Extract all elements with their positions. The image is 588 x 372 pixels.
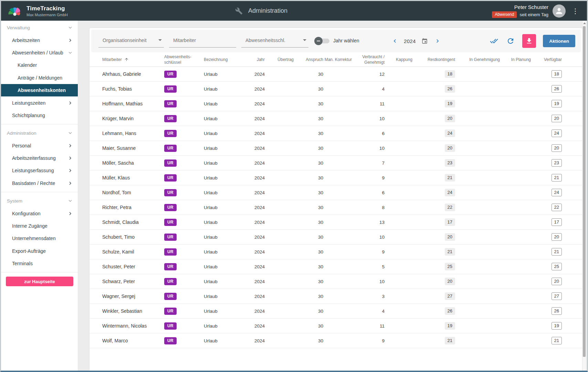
table-row[interactable]: Wintermann, NicolasURUrlaub202430111919 [90, 319, 582, 333]
table-row[interactable]: Richter, PetraURUrlaub20243082222 [90, 200, 582, 215]
cell-key: UR [164, 130, 204, 137]
sidebar-item-label: Administration [7, 131, 36, 136]
available-chip: 19 [552, 100, 562, 107]
actions-button[interactable]: Aktionen [543, 35, 575, 47]
approve-all-button[interactable] [489, 36, 499, 46]
table-row[interactable]: Krüger, MarvinURUrlaub202430102020 [90, 111, 582, 126]
absence-key-select[interactable]: Abwesenheitsschl. [241, 34, 308, 48]
cell-verfuegbar: 25 [531, 263, 562, 270]
sidebar-item-kalender[interactable]: Kalender [1, 59, 78, 71]
to-mainpage-button[interactable]: zur Hauptseite [6, 277, 73, 286]
cell-key: UR [164, 100, 204, 107]
sidebar-item-basisdaten-rechte[interactable]: Basisdaten / Rechte [1, 177, 78, 189]
column-header-7[interactable]: Man. Korrektur [323, 55, 352, 64]
cell-restkontingent: 20 [412, 115, 455, 122]
remaining-quota-chip: 25 [445, 263, 455, 270]
cell-name: Winkler, Sebastian [90, 308, 164, 314]
sidebar-item-abwesenheiten-urlaub[interactable]: Abwesenheiten / Urlaub [1, 46, 78, 59]
table-row[interactable]: Möller, SaschaURUrlaub20243072323 [90, 156, 582, 170]
table-row[interactable]: Lehmann, HansURUrlaub20243062424 [90, 126, 582, 141]
sort-ascending-icon[interactable] [124, 57, 129, 62]
cell-name: Wagner, Sergej [90, 293, 164, 299]
remaining-quota-chip: 21 [445, 174, 455, 182]
column-header-4[interactable]: Jahr [235, 55, 265, 64]
column-header-5[interactable]: Übertrag [265, 55, 294, 64]
sidebar-item-unternehmensdaten[interactable]: Unternehmensdaten [1, 232, 78, 245]
column-header-11[interactable]: In Genehmigung [455, 55, 500, 64]
cell-verbraucht: 4 [352, 309, 385, 314]
prev-year-button[interactable] [391, 37, 399, 45]
table-row[interactable]: Wagner, SergejURUrlaub20243032727 [90, 289, 582, 304]
sidebar-item-anträge-meldungen[interactable]: Anträge / Meldungen [1, 72, 78, 84]
absence-key-badge: UR [164, 308, 177, 315]
sidebar-item-interne-zugänge[interactable]: Interne Zugänge [1, 220, 78, 232]
org-unit-select[interactable]: Organisationseinheit [98, 34, 164, 48]
table-row[interactable]: Schwarz, PeterURUrlaub202430102020 [90, 274, 582, 289]
cell-jahr: 2024 [235, 309, 265, 314]
remaining-quota-chip: 27 [445, 292, 455, 300]
column-header-2[interactable]: Abwesenheits-schlüssel [164, 53, 204, 66]
table-row[interactable]: Schmidt, ClaudiaURUrlaub202430131717 [90, 215, 582, 230]
table-row[interactable]: Maier, SusanneURUrlaub202430102020 [90, 141, 582, 156]
absence-accounts-table: Mitarbeiter Abwesenheits-schlüsselBezeic… [90, 53, 582, 371]
cell-restkontingent: 23 [412, 159, 455, 167]
chevron-right-icon [67, 37, 73, 43]
cell-anspruch: 30 [294, 190, 323, 195]
cell-key: UR [164, 159, 204, 167]
table-row[interactable]: Nordhof, TomURUrlaub20243062424 [90, 185, 582, 200]
table-row[interactable]: Müller, KlausURUrlaub20243092121 [90, 170, 582, 185]
cell-jahr: 2024 [235, 294, 265, 299]
table-row[interactable]: Ahrhaus, GabrieleURUrlaub202430121818 [90, 67, 582, 82]
table-row[interactable]: Schubert, TimoURUrlaub202430102020 [90, 230, 582, 245]
cell-verfuegbar: 19 [531, 100, 562, 107]
avatar[interactable] [553, 4, 566, 18]
refresh-button[interactable] [506, 36, 515, 46]
table-row[interactable]: Wolf, MarcoURUrlaub20243092121 [90, 333, 582, 348]
available-chip: 18 [552, 70, 562, 78]
table-body: Ahrhaus, GabrieleURUrlaub202430121818Fuc… [90, 67, 582, 348]
available-chip: 26 [552, 85, 562, 93]
sidebar-item-schichtplanung[interactable]: Schichtplanung [1, 109, 78, 122]
sidebar-item-label: Abwesenheiten / Urlaub [12, 50, 63, 55]
cell-verbraucht: 11 [352, 101, 385, 106]
more-vert-icon[interactable]: ⋮ [570, 6, 581, 16]
scrollbar-thumb[interactable] [583, 26, 586, 357]
download-button[interactable] [522, 34, 536, 48]
table-row[interactable]: Schulze, KamilURUrlaub20243092121 [90, 245, 582, 259]
vertical-scrollbar[interactable] [582, 21, 586, 371]
cell-bezeichnung: Urlaub [204, 175, 235, 180]
column-header-8[interactable]: Verbraucht / Genehmigt [352, 53, 385, 66]
scrollbar-up-arrow-icon[interactable] [583, 22, 586, 24]
column-header-1[interactable]: Mitarbeiter [90, 55, 164, 64]
column-header-9[interactable]: Kappung [385, 55, 412, 64]
sidebar-item-personal[interactable]: Personal [1, 140, 78, 152]
column-header-3[interactable]: Bezeichnung [204, 55, 235, 64]
cell-key: UR [164, 71, 204, 78]
cell-verfuegbar: 20 [531, 144, 562, 152]
sidebar-item-export-aufträge[interactable]: Export-Aufträge [1, 245, 78, 257]
employee-input[interactable]: Mitarbeiter [169, 34, 236, 48]
table-row[interactable]: Schuster, PeterURUrlaub20243052525 [90, 259, 582, 274]
absence-key-badge: UR [164, 337, 177, 344]
sidebar-item-arbeitszeiterfassung[interactable]: Arbeitszeiterfassung [1, 152, 78, 164]
sidebar-item-abwesenheitskonten[interactable]: Abwesenheitskonten [1, 84, 78, 96]
chevron-down-icon [67, 130, 73, 136]
chevron-down-icon [67, 24, 73, 31]
sidebar-item-konfiguration[interactable]: Konfiguration [1, 207, 78, 219]
sidebar-item-leistungserfassung[interactable]: Leistungserfassung [1, 164, 78, 177]
column-header-6[interactable]: Anspruch [294, 55, 323, 64]
table-row[interactable]: Fuchs, TobiasURUrlaub20243042626 [90, 82, 582, 96]
table-row[interactable]: Hoffmann, MathiasURUrlaub202430111919 [90, 96, 582, 111]
calendar-button[interactable] [421, 37, 429, 45]
sidebar-item-arbeitszeiten[interactable]: Arbeitszeiten [1, 34, 78, 46]
column-header-12[interactable]: In Planung [500, 55, 531, 64]
remaining-quota-chip: 20 [445, 144, 455, 152]
column-header-10[interactable]: Restkontingent [412, 55, 455, 64]
cell-verfuegbar: 20 [531, 233, 562, 241]
year-toggle[interactable] [314, 37, 330, 45]
sidebar-item-leistungszeiten[interactable]: Leistungszeiten [1, 96, 78, 109]
next-year-button[interactable] [433, 37, 442, 45]
sidebar-item-terminals[interactable]: Terminals [1, 257, 78, 270]
column-header-13[interactable]: Verfügbar [531, 55, 562, 64]
table-row[interactable]: Winkler, SebastianURUrlaub20243042626 [90, 304, 582, 319]
